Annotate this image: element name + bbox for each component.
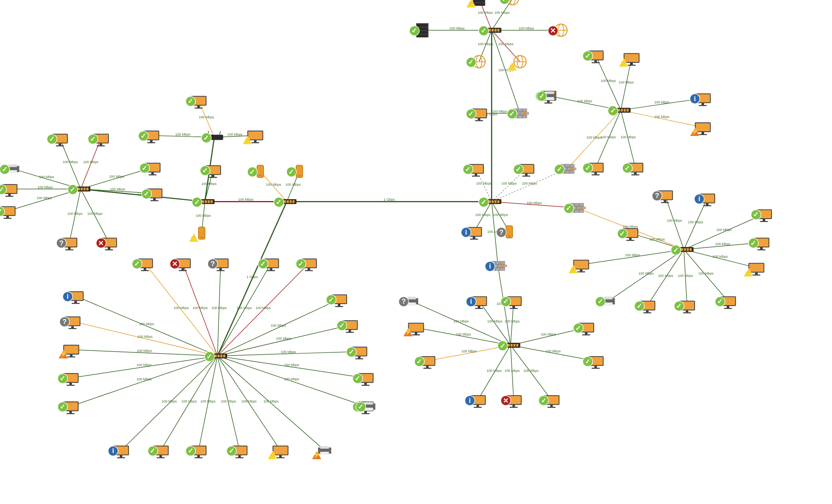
device-firewall[interactable]: ✓ <box>507 108 529 119</box>
status-glyph: ✓ <box>188 447 193 455</box>
link-speed-label: 100 Mbps <box>688 220 703 224</box>
device-pc[interactable]: ✓ <box>466 108 487 121</box>
device-pc[interactable]: ✓ <box>148 446 169 458</box>
device-pc[interactable]: ✓ <box>138 131 159 143</box>
device-pc[interactable]: i <box>108 446 129 458</box>
device-pc[interactable]: ✓ <box>573 323 594 335</box>
status-glyph: ✓ <box>358 403 364 411</box>
device-pc[interactable]: ✓ <box>617 228 638 241</box>
status-glyph: ✓ <box>260 260 266 268</box>
svg-rect-146 <box>518 109 522 111</box>
device-pc[interactable]: ⚡ <box>268 446 288 460</box>
device-pc[interactable]: ✓ <box>501 296 521 309</box>
device-pc[interactable]: ✓ <box>583 163 603 175</box>
device-pc[interactable]: ✓ <box>414 356 435 369</box>
device-switch[interactable]: ✓ <box>498 341 520 351</box>
svg-rect-35 <box>497 29 499 32</box>
device-pc[interactable]: ✓ <box>346 347 367 359</box>
device-pc[interactable]: ✓ <box>539 395 559 408</box>
device-pc[interactable]: ✓ <box>47 134 68 146</box>
device-globe[interactable]: ✓ <box>466 56 485 68</box>
device-pc[interactable]: ⚡ <box>58 345 79 358</box>
device-printer[interactable]: ✓ <box>356 402 375 412</box>
device-pc[interactable]: ? <box>652 190 673 203</box>
device-pc[interactable]: ? <box>208 259 228 271</box>
device-pc[interactable]: ✓ <box>622 163 643 175</box>
device-firewall[interactable]: i <box>485 261 507 272</box>
device-server[interactable]: ✓ <box>409 23 429 38</box>
device-printer[interactable]: ✓ <box>0 164 19 174</box>
status-glyph: ✓ <box>619 230 625 237</box>
device-pc[interactable]: i <box>465 395 486 408</box>
device-pc[interactable]: ✓ <box>140 163 161 175</box>
device-printer[interactable]: ⚡ <box>312 446 331 460</box>
svg-rect-180 <box>501 268 504 270</box>
device-globe[interactable]: ✕ <box>548 24 567 36</box>
device-pc[interactable]: ✓ <box>258 259 279 271</box>
status-glyph: ✓ <box>134 260 140 268</box>
device-pc[interactable]: ⚡ <box>242 131 263 144</box>
device-pc[interactable]: ✓ <box>751 209 772 222</box>
device-pc[interactable]: ✓ <box>513 164 534 177</box>
link-speed-label: 100 Mbps <box>586 136 602 139</box>
device-phone[interactable]: ✓ <box>247 165 264 177</box>
device-pc[interactable]: ✓ <box>142 188 162 201</box>
device-pc[interactable]: ✓ <box>186 96 206 109</box>
device-pc[interactable]: i <box>63 291 84 304</box>
device-pc[interactable]: ✓ <box>296 259 317 271</box>
device-pc[interactable]: ⚡ <box>403 323 424 337</box>
device-pc[interactable]: ✓ <box>463 164 484 177</box>
device-pc[interactable]: ✓ <box>353 373 373 386</box>
svg-rect-213 <box>627 65 635 66</box>
device-pc[interactable]: ✓ <box>748 238 769 250</box>
device-firewall[interactable]: ✓ <box>564 203 586 213</box>
device-pc[interactable]: ? <box>56 238 77 250</box>
svg-rect-224 <box>634 172 637 174</box>
device-pc[interactable]: ✓ <box>0 206 15 219</box>
device-printer[interactable]: ✓ <box>537 92 556 101</box>
device-phone[interactable]: ✓ <box>287 165 303 177</box>
device-pc[interactable]: ✓ <box>583 356 603 369</box>
device-pc[interactable]: ✓ <box>58 373 79 386</box>
device-pc[interactable]: ✕ <box>501 395 521 408</box>
svg-rect-120 <box>157 457 165 458</box>
status-glyph: ✓ <box>142 164 147 172</box>
svg-rect-33 <box>491 29 493 32</box>
link-speed-label: 100 Mbps <box>182 399 197 403</box>
device-pc[interactable]: ✓ <box>337 320 358 333</box>
device-pc[interactable]: ⚡ <box>744 263 764 277</box>
device-pc[interactable]: ⚡ <box>568 260 589 273</box>
device-pc[interactable]: ? <box>60 316 80 329</box>
device-pc[interactable]: ⚡ <box>619 53 639 67</box>
device-phone[interactable]: ⚡ <box>189 227 205 242</box>
svg-rect-9 <box>205 200 207 203</box>
device-pc[interactable]: i <box>461 227 482 240</box>
device-pc[interactable]: ✓ <box>583 51 603 63</box>
status-glyph: ✓ <box>481 198 486 206</box>
device-printer[interactable]: ✓ <box>595 297 615 307</box>
device-pc[interactable]: ✓ <box>634 301 655 313</box>
device-pc[interactable]: ✓ <box>0 184 17 197</box>
device-phone[interactable]: ? <box>496 226 513 238</box>
device-pc[interactable]: i <box>690 93 711 106</box>
device-pc[interactable]: ✓ <box>200 165 221 178</box>
device-pc[interactable]: ✕ <box>170 259 191 271</box>
device-pc[interactable]: ✓ <box>186 446 206 458</box>
device-switch[interactable]: ✓ <box>192 197 215 207</box>
device-pc[interactable]: ✓ <box>674 301 695 313</box>
device-pc[interactable]: ✓ <box>326 295 347 307</box>
device-pc[interactable]: ✓ <box>227 446 247 458</box>
device-firewall[interactable]: ✓ <box>554 164 576 174</box>
device-printer[interactable]: ? <box>399 297 418 307</box>
svg-rect-58 <box>100 144 102 146</box>
svg-rect-105 <box>364 402 373 405</box>
device-pc[interactable]: ✓ <box>715 296 736 309</box>
device-pc[interactable]: ⚡ <box>690 123 711 136</box>
device-globe[interactable]: ✓ <box>500 0 519 5</box>
device-pc[interactable]: i <box>466 296 487 309</box>
device-pc[interactable]: ✓ <box>58 401 79 414</box>
device-pc[interactable]: ✕ <box>96 238 117 250</box>
svg-rect-156 <box>570 164 574 167</box>
status-glyph: ✓ <box>750 239 756 247</box>
device-switch[interactable]: ✓ <box>68 185 90 195</box>
